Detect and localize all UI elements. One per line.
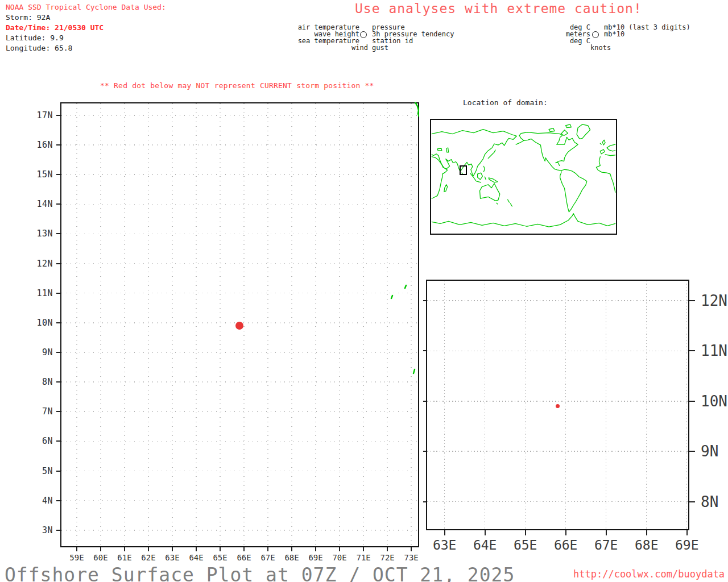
main-plot-x-tick [100,547,101,551]
zoom-plot-y-tick [689,451,695,452]
main-plot-x-tick [363,547,364,551]
main-plot-x-tick [339,547,340,551]
zoom-plot-x-tick [525,530,526,535]
main-plot-y-tick-label: 17N [36,110,53,120]
zoom-plot-x-tick-label: 68E [635,538,659,552]
units-deg-c-bottom: deg C [570,38,590,44]
main-plot-x-tick-label: 73E [404,553,418,562]
main-plot-y-tick-label: 4N [42,496,53,506]
main-plot-y-tick [56,530,60,531]
zoom-plot-y-tick [689,350,695,351]
zoom-plot-y-tick-left [423,350,426,351]
main-plot-x-tick-label: 59E [69,553,84,562]
main-plot-y-tick [56,203,60,205]
world-coastline-graphic [431,120,616,234]
main-plot-x-tick [243,547,245,551]
main-plot-y-tick-label: 6N [42,436,53,446]
main-plot-x-tick [124,547,125,551]
zoom-plot-y-tick [689,501,695,502]
zoom-plot-x-tick [565,530,566,535]
main-plot-x-tick-label: 63E [165,553,179,562]
station-circle-icon [360,31,367,38]
zoom-plot-y-tick-label: 11N [701,342,727,359]
buoy-surface-plot-page: NOAA SSD Tropical Cyclone Data Used: Sto… [0,0,728,582]
main-plot-y-tick-label: 9N [42,347,53,357]
header-latitude: Latitude: 9.9 [6,33,64,43]
main-plot-y-tick [56,440,60,442]
world-map-inset [430,119,617,235]
legend-wind-gust: wind gust [351,44,388,51]
page-title: Offshore Surface Plot at 07Z / OCT 21, 2… [5,564,515,582]
zoom-plot-y-tick-label: 9N [701,443,718,460]
main-plot-y-tick-label: 16N [36,140,53,150]
main-plot-x-tick-label: 60E [93,553,107,562]
main-plot-y-tick [56,174,60,175]
zoom-plot-x-tick-label: 67E [594,538,618,552]
zoom-plot-x-tick [606,530,607,535]
zoom-plot-x-tick [686,530,688,535]
legend-sea-temperature: sea temperature [298,38,359,44]
zoom-plot-x-tick [444,530,445,535]
zoom-plot-x-tick [646,530,647,535]
main-plot-x-tick [196,547,197,551]
zoom-plot-y-tick-left [423,300,426,301]
main-plot-y-tick [56,144,60,146]
main-plot-x-tick [220,547,221,551]
main-plot-y-tick [56,233,60,234]
main-plot-x-tick-label: 62E [141,553,155,562]
main-plot-x-tick [267,547,268,551]
main-plot-x-tick [387,547,388,551]
main-plot-y-tick-label: 5N [42,466,53,476]
main-plot-y-tick [56,322,60,323]
header-noaa-source: NOAA SSD Tropical Cyclone Data Used: [6,2,166,13]
header-datetime: Date/Time: 21/0530 UTC [6,23,104,33]
header-longitude: Longitude: 65.8 [6,43,72,53]
main-plot-x-tick [148,547,149,551]
main-plot-y-tick-label: 8N [42,377,53,387]
main-plot-y-tick [56,471,60,472]
main-plot-y-tick [56,115,60,116]
main-plot-x-tick [411,547,412,551]
main-plot-x-tick [291,547,292,551]
main-plot-x-tick [315,547,316,551]
header-storm-id: Storm: 92A [6,13,50,23]
main-plot-x-tick-label: 71E [356,553,370,562]
zoom-plot-y-tick [689,401,695,402]
caution-banner: Use analyses with extreme caution! [355,1,642,16]
zoom-plot-y-tick-label: 8N [701,493,718,510]
main-plot-y-tick [56,352,60,353]
main-plot-y-tick-label: 10N [36,318,53,328]
main-plot-x-tick-label: 66E [237,553,251,562]
main-plot-x-tick-label: 72E [380,553,394,562]
main-plot-x-tick [76,547,77,551]
main-plot-storm-dot [235,322,243,330]
zoom-plot-x-tick-label: 64E [473,538,497,552]
zoom-plot-y-tick-left [423,451,426,452]
main-plot-y-tick [56,500,60,501]
main-plot-x-tick-label: 68E [284,553,299,562]
zoom-plot-x-tick-label: 69E [675,538,699,552]
main-plot-y-tick-label: 14N [36,199,53,209]
main-plot-x-tick-label: 69E [308,553,322,562]
main-plot-y-tick-label: 3N [42,525,53,535]
source-url-link[interactable]: http://coolwx.com/buoydata [573,568,725,580]
main-plot-y-tick-label: 7N [42,406,53,417]
units-knots: knots [590,44,611,51]
zoom-plot-x-tick-label: 65E [514,538,537,552]
main-plot-y-tick-label: 12N [36,259,53,269]
main-plot-y-tick-label: 11N [36,288,53,298]
zoom-plot-y-tick-label: 10N [701,393,727,410]
zoom-plot-y-tick [689,300,695,301]
main-plot-x-tick-label: 61E [117,553,131,562]
main-plot-x-tick-label: 67E [260,553,275,562]
zoom-plot-y-tick-left [423,401,426,402]
zoom-plot-x-tick-label: 66E [554,538,578,552]
zoom-plot-y-tick-left [423,501,426,502]
main-plot-x-tick-label: 64E [189,553,203,562]
storm-position-warning: ** Red dot below may NOT represent CURRE… [100,81,374,90]
domain-location-rectangle [460,165,467,175]
main-plot-y-tick [56,381,60,383]
main-plot-y-tick-label: 13N [36,228,53,239]
main-plot-x-tick-label: 70E [332,553,346,562]
main-plot-y-tick [56,263,60,264]
